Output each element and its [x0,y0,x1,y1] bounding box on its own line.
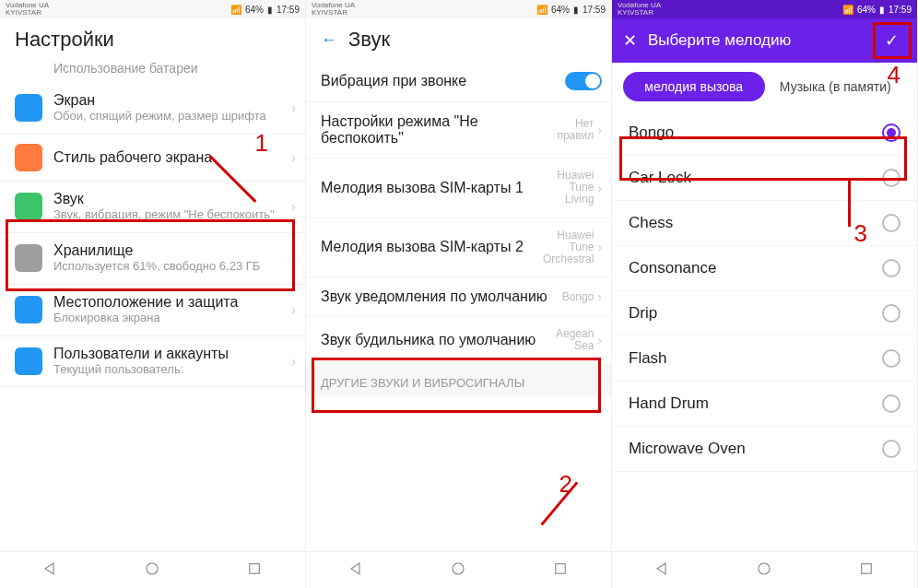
item-title: Экран [53,92,288,109]
nav-home[interactable] [144,560,160,581]
row-value: Huawei Tune Orchestral [538,229,594,266]
row-title: Мелодия вызова SIM-карты 1 [321,180,538,196]
chevron-right-icon: › [288,100,296,115]
svg-point-4 [759,563,770,574]
row-value: Huawei Tune Living [538,170,594,206]
nav-recent[interactable] [858,560,875,581]
radio-button[interactable] [882,169,900,187]
screen-sound: Vodafone UA KYIVSTAR 📶 64% ▮ 17:59 ← Зву… [306,0,612,588]
chevron-right-icon: › [288,354,296,369]
radio-button[interactable] [882,349,900,368]
nav-home[interactable] [756,560,772,581]
ringtone-list: Bongo Car Lock Chess Consonance Drip Fla… [612,111,917,551]
carrier-label: Vodafone UA KYIVSTAR [312,2,355,17]
item-subtitle: Обои, спящий режим, размер шрифта [53,109,288,124]
status-right: 📶 64% ▮ 17:59 [536,5,606,15]
confirm-icon[interactable]: ✓ [877,27,906,54]
ringtone-item[interactable]: Flash [612,336,917,382]
nav-home[interactable] [450,560,466,581]
viber-header: ✕ Выберите мелодию ✓ [612,18,917,63]
sound-row[interactable]: Настройки режима "Не беспокоить"Нет прав… [306,102,611,159]
annotation-2: 2 [559,470,572,499]
sound-row[interactable]: Вибрация при звонке [306,61,611,102]
tab-call-ringtone[interactable]: мелодия вызова [623,72,765,101]
page-title: Настройки [0,18,305,61]
ringtone-name: Hand Drum [629,394,882,413]
page-title: Звук [348,28,390,52]
close-icon[interactable]: ✕ [623,30,637,51]
svg-rect-5 [862,563,872,573]
sound-row[interactable]: Мелодия вызова SIM-карты 1Huawei Tune Li… [306,159,611,218]
status-bar: Vodafone UA KYIVSTAR 📶 64% ▮ 17:59 [612,0,917,18]
row-value: Bongo [562,291,594,303]
carrier-label: Vodafone UA KYIVSTAR [6,2,49,17]
item-icon [15,347,42,375]
ringtone-item[interactable]: Microwave Oven [612,427,917,472]
ringtone-name: Drip [629,304,882,323]
sound-row[interactable]: Звук будильника по умолчаниюAegean Sea› [306,317,611,364]
nav-back[interactable] [42,560,59,581]
ringtone-name: Consonance [629,259,882,277]
ringtone-name: Car Lock [629,169,882,187]
radio-button[interactable] [882,123,900,142]
ringtone-item[interactable]: Hand Drum [612,382,917,427]
svg-rect-1 [250,563,260,573]
settings-item[interactable]: Местоположение и защита Блокировка экран… [0,285,305,336]
radio-button[interactable] [882,259,900,277]
nav-back[interactable] [348,560,365,581]
settings-item[interactable]: Экран Обои, спящий режим, размер шрифта … [0,83,305,135]
nav-back[interactable] [654,560,671,581]
toggle-switch[interactable] [565,72,602,90]
chevron-right-icon: › [594,181,602,195]
android-navbar [612,551,917,588]
back-icon[interactable]: ← [321,30,337,50]
svg-point-0 [147,563,158,574]
ringtone-name: Chess [629,214,882,232]
sound-row[interactable]: Звук уведомления по умолчаниюBongo› [306,277,611,317]
status-bar: Vodafone UA KYIVSTAR 📶 64% ▮ 17:59 [0,0,305,18]
row-title: Вибрация при звонке [321,73,565,89]
tab-music-memory[interactable]: Музыка (в памяти) [765,72,907,101]
settings-item[interactable]: Пользователи и аккаунты Текущий пользова… [0,336,305,388]
radio-button[interactable] [882,440,900,458]
ringtone-item[interactable]: Chess [612,201,917,246]
item-subtitle: Блокировка экрана [53,311,288,326]
clock: 17:59 [583,5,606,15]
battery-icon: ▮ [267,5,273,15]
wifi-icon: 📶 [536,5,547,15]
battery-icon: ▮ [879,5,885,15]
battery-pct: 64% [857,5,876,15]
radio-button[interactable] [882,394,900,413]
svg-rect-3 [556,563,566,573]
sound-header: ← Звук [306,18,611,61]
ringtone-name: Microwave Oven [629,440,882,458]
settings-item[interactable]: Хранилище Используется 61%, свободно 6,2… [0,233,305,285]
annotation-1: 1 [255,129,268,158]
radio-button[interactable] [882,304,900,323]
ringtone-item[interactable]: Bongo [612,111,917,156]
nav-recent[interactable] [246,560,263,581]
nav-recent[interactable] [552,560,569,581]
annotation-3: 3 [854,219,867,248]
row-title: Звук уведомления по умолчанию [321,288,562,305]
status-right: 📶 64% ▮ 17:59 [842,5,912,15]
item-title: Стиль рабочего экрана [53,149,288,166]
row-title: Звук будильника по умолчанию [321,332,538,348]
chevron-right-icon: › [594,289,602,304]
screen-settings: Vodafone UA KYIVSTAR 📶 64% ▮ 17:59 Настр… [0,0,306,588]
clock: 17:59 [889,5,912,15]
item-subtitle: Текущий пользователь: [53,362,288,378]
ringtone-item[interactable]: Drip [612,291,917,336]
ringtone-item[interactable]: Consonance [612,246,917,291]
partial-row[interactable]: Использование батареи [0,61,305,83]
clock: 17:59 [277,5,300,15]
ringtone-name: Flash [629,349,882,368]
page-title: Выберите мелодию [648,31,866,50]
sound-row[interactable]: Мелодия вызова SIM-карты 2Huawei Tune Or… [306,218,611,278]
chevron-right-icon: › [594,333,602,347]
ringtone-item[interactable]: Car Lock [612,156,917,201]
settings-item[interactable]: Звук Звук, вибрация, режим "Не беспокоит… [0,182,305,233]
radio-button[interactable] [882,214,900,232]
section-header: ДРУГИЕ ЗВУКИ И ВИБРОСИГНАЛЫ [306,365,611,395]
chevron-right-icon: › [594,123,602,137]
